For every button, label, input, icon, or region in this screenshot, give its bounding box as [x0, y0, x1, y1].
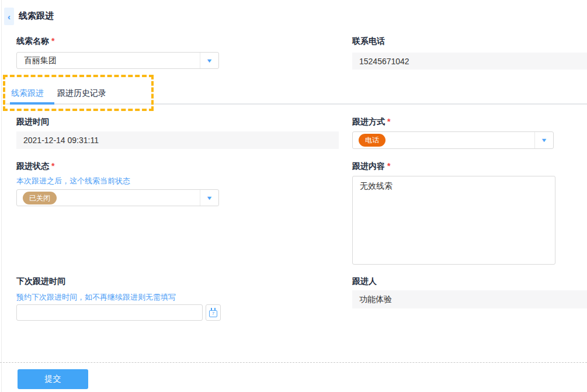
- lead-follow-up-page: ‹ 线索跟进 线索名称* 百丽集团 ▼ 联系电话 15245671042 线索跟…: [0, 0, 587, 392]
- contact-phone-value: 15245671042: [359, 57, 409, 66]
- lead-name-value: 百丽集团: [17, 53, 200, 68]
- follow-content-textarea[interactable]: 无效线索: [352, 176, 555, 265]
- next-follow-time-label: 下次跟进时间: [16, 276, 65, 287]
- tab-lead-follow-up[interactable]: 线索跟进: [11, 88, 44, 99]
- active-tab-underline: [10, 102, 54, 105]
- next-follow-time-hint: 预约下次跟进时间，如不再继续跟进则无需填写: [16, 292, 176, 303]
- follow-content-label: 跟进内容*: [352, 161, 390, 172]
- lead-name-select[interactable]: 百丽集团 ▼: [16, 52, 219, 69]
- tabs-baseline: [6, 103, 587, 105]
- follow-status-select[interactable]: 已关闭 ▼: [16, 189, 219, 206]
- chevron-down-icon: ▼: [206, 58, 213, 64]
- required-marker: *: [51, 161, 54, 171]
- follow-method-tag: 电话: [359, 134, 385, 147]
- calendar-icon: 7: [209, 310, 217, 317]
- panel-left-border: [1, 0, 2, 392]
- next-follow-time-input[interactable]: [16, 304, 203, 321]
- tab-follow-up-history[interactable]: 跟进历史记录: [57, 88, 106, 99]
- required-marker: *: [387, 117, 390, 126]
- calendar-picker-button[interactable]: 7: [206, 304, 221, 321]
- contact-phone-label: 联系电话: [352, 36, 385, 47]
- follow-method-label: 跟进方式*: [352, 117, 390, 127]
- follow-method-select[interactable]: 电话 ▼: [352, 131, 554, 149]
- back-button[interactable]: ‹: [4, 8, 14, 25]
- back-chevron-icon: ‹: [8, 12, 11, 22]
- footer-dashed-divider: [0, 362, 587, 363]
- follow-status-tag: 已关闭: [23, 192, 57, 204]
- follow-status-caret-box[interactable]: ▼: [200, 190, 218, 206]
- follower-value: 功能体验: [359, 294, 392, 305]
- lead-name-label: 线索名称*: [16, 36, 54, 47]
- follower-label: 跟进人: [352, 276, 377, 287]
- lead-name-caret-box[interactable]: ▼: [200, 53, 218, 68]
- page-title: 线索跟进: [19, 11, 54, 22]
- follow-method-caret-box[interactable]: ▼: [534, 132, 553, 148]
- required-marker: *: [387, 161, 390, 171]
- follow-status-hint: 本次跟进之后，这个线索当前状态: [16, 176, 130, 186]
- follow-time-label: 跟进时间: [16, 117, 49, 127]
- follow-time-field: 2021-12-14 09:31:11: [16, 131, 339, 149]
- submit-button[interactable]: 提交: [18, 369, 88, 389]
- chevron-down-icon: ▼: [206, 195, 213, 201]
- chevron-down-icon: ▼: [540, 137, 547, 143]
- contact-phone-field: 15245671042: [352, 53, 587, 70]
- required-marker: *: [51, 36, 54, 46]
- follow-time-value: 2021-12-14 09:31:11: [23, 136, 99, 145]
- follow-status-label: 跟进状态*: [16, 161, 54, 172]
- follower-field: 功能体验: [352, 290, 587, 308]
